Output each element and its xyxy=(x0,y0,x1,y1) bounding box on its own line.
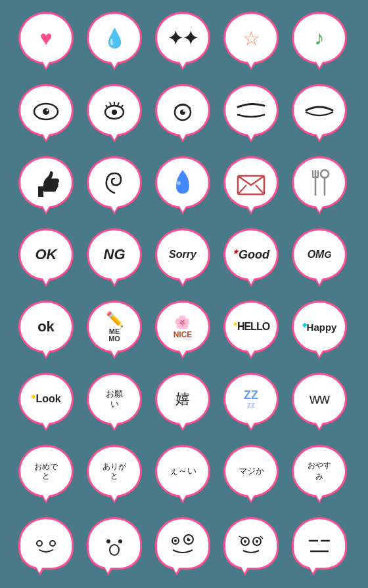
bubble-yorokobi[interactable]: 嬉 xyxy=(151,368,214,430)
omede-label: おめでと xyxy=(34,462,58,481)
svg-point-33 xyxy=(189,537,191,539)
bubble-face1[interactable] xyxy=(14,512,78,575)
bubble-oyasumi[interactable]: おやすみ xyxy=(288,440,351,503)
bubble-maji[interactable]: マジか xyxy=(219,440,283,503)
bubble-face5[interactable] xyxy=(288,512,351,575)
bubble-ok2[interactable]: ok xyxy=(14,295,78,358)
bubble-sparkle[interactable]: ✦✦ xyxy=(151,7,214,70)
bubble-eye-lash[interactable] xyxy=(83,79,146,142)
svg-point-12 xyxy=(183,110,185,112)
bubble-good[interactable]: ★Good xyxy=(219,223,283,286)
svg-line-15 xyxy=(238,185,246,194)
ok-label: OK xyxy=(35,246,57,263)
nice-label: 🌸 NICE xyxy=(173,314,193,339)
music-note-icon: ♪ xyxy=(315,27,325,49)
bubble-sorry[interactable]: Sorry xyxy=(151,223,214,286)
svg-point-13 xyxy=(177,181,181,185)
svg-point-26 xyxy=(106,539,110,543)
eye-lash-icon xyxy=(99,95,129,125)
bubble-ww[interactable]: ww xyxy=(288,368,351,430)
fork-spoon-icon xyxy=(308,167,331,198)
svg-point-35 xyxy=(244,540,246,543)
svg-line-9 xyxy=(121,105,123,108)
svg-line-39 xyxy=(260,536,263,539)
bubble-fork-spoon[interactable] xyxy=(288,151,351,214)
bubble-note[interactable]: ♪ xyxy=(288,7,351,70)
bubble-blue-drop[interactable] xyxy=(151,151,214,214)
face2-icon xyxy=(87,517,142,570)
bubble-eye-circle[interactable] xyxy=(151,79,214,142)
bubble-onegai[interactable]: お願い xyxy=(83,368,146,430)
svg-point-2 xyxy=(47,110,49,112)
svg-point-4 xyxy=(112,110,117,115)
arigato-label: ありがと xyxy=(103,462,126,481)
svg-line-38 xyxy=(239,536,243,539)
eye-closed-icon xyxy=(303,100,336,120)
svg-point-1 xyxy=(43,108,49,115)
ok2-label: ok xyxy=(37,318,55,335)
face3-icon xyxy=(155,517,210,570)
bubble-nice[interactable]: 🌸 NICE xyxy=(151,295,214,358)
bubble-omede[interactable]: おめでと xyxy=(14,440,78,503)
bubble-arigato[interactable]: ありがと xyxy=(83,440,146,503)
svg-point-37 xyxy=(256,540,258,543)
maji-label: マジか xyxy=(239,465,264,477)
thumbsup-icon xyxy=(32,168,60,197)
bubble-ok1[interactable]: OK xyxy=(14,223,78,286)
svg-point-22 xyxy=(321,170,329,178)
hello-label: ★HELLO xyxy=(233,321,269,333)
bubble-heart[interactable]: ♥ xyxy=(14,7,78,70)
happy-label: ◆Happy xyxy=(302,322,337,333)
swirl-icon xyxy=(100,168,129,197)
bubble-ee[interactable]: ぇ～い xyxy=(151,440,214,503)
bubble-omg[interactable]: OMG xyxy=(288,223,351,286)
ww-label: ww xyxy=(310,390,329,408)
bubble-zzz[interactable]: ZZ zz xyxy=(219,368,283,430)
bubble-eyebrow[interactable] xyxy=(219,79,283,142)
svg-line-5 xyxy=(106,105,108,108)
look-label: ◆Look xyxy=(31,393,60,405)
eye-open-icon xyxy=(31,98,61,122)
oyasumi-label: おやすみ xyxy=(308,460,331,482)
emoji-grid: ♥ 💧 ✦✦ ☆ ♪ xyxy=(8,0,360,588)
drop-icon: 💧 xyxy=(103,28,126,49)
zzz-label: ZZ zz xyxy=(244,389,258,409)
bubble-hello[interactable]: ★HELLO xyxy=(219,295,283,358)
yorokobi-label: 嬉 xyxy=(175,389,190,409)
ee-label: ぇ～い xyxy=(169,465,196,477)
heart-icon: ♥ xyxy=(40,26,53,51)
svg-line-16 xyxy=(256,185,264,194)
bubble-thumbsup[interactable] xyxy=(14,151,78,214)
good-label: ★Good xyxy=(233,248,269,262)
bubble-ng[interactable]: NG xyxy=(83,223,146,286)
bubble-envelope[interactable] xyxy=(219,151,283,214)
bubble-face3[interactable] xyxy=(151,512,214,575)
bubble-drop[interactable]: 💧 xyxy=(83,7,146,70)
svg-point-25 xyxy=(50,541,55,546)
blue-drop-icon xyxy=(171,167,195,198)
svg-line-8 xyxy=(118,102,119,106)
bubble-happy[interactable]: ◆Happy xyxy=(288,295,351,358)
bubble-look[interactable]: ◆Look xyxy=(14,368,78,430)
bubble-face4[interactable] xyxy=(219,512,283,575)
face1-icon xyxy=(18,517,74,570)
bubble-swirl[interactable] xyxy=(83,151,146,214)
bubble-eye-open[interactable] xyxy=(14,79,78,142)
memo-label: ✏️ MEMO xyxy=(106,311,124,343)
sorry-label: Sorry xyxy=(169,249,196,261)
svg-point-24 xyxy=(37,541,42,546)
svg-point-30 xyxy=(174,539,177,542)
face5-icon xyxy=(292,517,347,570)
svg-line-6 xyxy=(110,102,111,106)
bubble-face2[interactable] xyxy=(83,512,146,575)
bubble-eye-closed[interactable] xyxy=(288,79,351,142)
envelope-icon xyxy=(236,171,266,194)
eye-circle-icon xyxy=(170,95,196,125)
svg-point-28 xyxy=(110,545,119,555)
eyebrow-icon xyxy=(235,100,267,120)
ng-label: NG xyxy=(104,246,126,263)
svg-point-27 xyxy=(118,539,122,543)
onegai-label: お願い xyxy=(106,388,123,409)
bubble-memo[interactable]: ✏️ MEMO xyxy=(83,295,146,358)
bubble-star[interactable]: ☆ xyxy=(219,7,283,70)
